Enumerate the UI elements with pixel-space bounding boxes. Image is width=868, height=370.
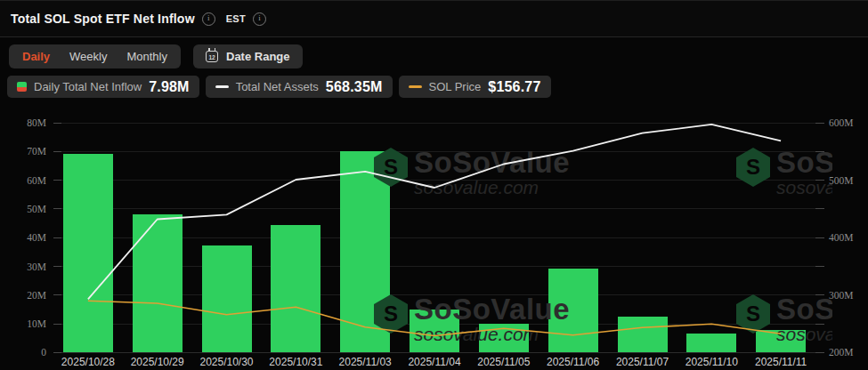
right-axis-tick [815,208,824,209]
y-axis-label-left: 40M [0,231,46,244]
net-inflow-bar[interactable] [756,330,806,353]
y-axis-label-right: 500M [829,174,868,187]
y-axis-label-left: 20M [0,289,46,302]
left-axis-tick [53,324,61,325]
sosovalue-watermark: S SoSoValuesosovalue.com [374,148,570,197]
left-axis-tick [53,151,61,152]
sosovalue-logo-icon: S [736,148,770,187]
net-inflow-bar[interactable] [271,225,320,353]
left-axis-tick [53,237,61,238]
right-axis-tick [815,237,824,238]
net-inflow-bar[interactable] [686,334,736,352]
right-axis-tick [815,294,824,295]
gridline [53,151,815,152]
right-axis-tick [815,266,824,267]
net-inflow-bar[interactable] [202,245,252,353]
left-axis-tick [53,352,61,353]
right-axis-tick [815,123,824,124]
y-axis-label-right: 600M [829,117,868,129]
net-inflow-bar[interactable] [410,310,459,352]
y-axis-label-left: 50M [0,203,46,215]
sosovalue-watermark: S SoSoValuesosovalue.com [374,294,570,344]
net-inflow-bar[interactable] [479,324,529,352]
right-axis-tick [815,324,824,325]
right-axis-tick [815,151,824,152]
sosovalue-logo-icon: S [736,294,770,334]
x-axis-label: 2025/11/11 [740,356,822,368]
watermark-brand: SoSoValue [776,148,832,177]
right-axis-tick [815,180,824,181]
right-axis-tick [815,352,824,353]
y-axis-label-left: 30M [0,261,46,273]
y-axis-label-left: 80M [0,117,46,129]
y-axis-label-left: 0 [0,346,46,358]
net-inflow-bar[interactable] [63,154,113,353]
net-inflow-bar[interactable] [618,317,668,353]
left-axis-tick [53,123,61,124]
watermark-domain: sosovalue.com [776,178,832,197]
y-axis-label-left: 10M [0,318,46,330]
y-axis-label-right: 300M [829,289,868,302]
y-axis-label-right: 400M [829,231,868,244]
gridline [53,208,815,209]
etf-chart-card: Total SOL Spot ETF Net Inflow i EST i Da… [0,0,868,370]
left-axis-tick [53,266,61,267]
watermark-domain: sosovalue.com [414,178,570,197]
gridline [53,123,815,124]
net-inflow-bar[interactable] [133,214,183,352]
left-axis-tick [53,208,61,209]
y-axis-label-left: 60M [0,174,46,187]
watermark-brand: SoSoValue [776,294,832,324]
y-axis-label-right: 200M [829,346,868,358]
watermark-brand: SoSoValue [414,148,570,177]
y-axis-label-left: 70M [0,145,46,157]
chart-plot-area: S SoSoValuesosovalue.com S SoSoValuesoso… [0,1,868,370]
net-inflow-bar[interactable] [548,269,598,352]
net-inflow-bar[interactable] [340,151,390,352]
left-axis-tick [53,180,61,181]
left-axis-tick [53,294,61,295]
gridline [53,180,815,181]
sosovalue-watermark: S SoSoValuesosovalue.com [736,148,832,197]
